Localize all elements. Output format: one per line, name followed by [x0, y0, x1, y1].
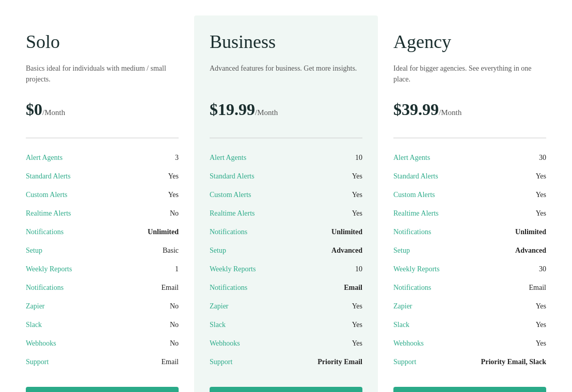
feature-row: SlackNo — [26, 316, 179, 334]
feature-value: 3 — [175, 154, 179, 162]
feature-row: Custom AlertsYes — [393, 186, 546, 204]
feature-name: Support — [210, 358, 232, 366]
feature-value: Yes — [352, 339, 362, 348]
feature-name: Realtime Alerts — [210, 209, 255, 218]
feature-value: Email — [344, 284, 362, 292]
feature-name: Setup — [393, 247, 410, 255]
feature-name: Zapier — [210, 302, 229, 311]
feature-name: Notifications — [393, 284, 431, 292]
plan-agency-price: $39.99/Month — [393, 100, 546, 119]
feature-value: Advanced — [331, 247, 362, 255]
plan-business-price-period: /Month — [255, 108, 278, 117]
feature-name: Weekly Reports — [26, 265, 72, 273]
feature-name: Alert Agents — [210, 154, 246, 162]
plan-agency-description: Ideal for bigger agencies. See everythin… — [393, 63, 546, 88]
feature-name: Support — [393, 358, 416, 366]
feature-name: Standard Alerts — [393, 172, 438, 181]
feature-name: Setup — [210, 247, 226, 255]
feature-value: Yes — [536, 321, 546, 329]
feature-value: Email — [162, 358, 179, 366]
feature-value: Priority Email — [317, 358, 362, 366]
plan-solo-price-period: /Month — [42, 108, 65, 117]
feature-name: Weekly Reports — [393, 265, 439, 273]
feature-row: SetupBasic — [26, 241, 179, 260]
plan-solo-features: Alert Agents3Standard AlertsYesCustom Al… — [26, 149, 179, 371]
feature-name: Webhooks — [210, 339, 240, 348]
feature-name: Setup — [26, 247, 42, 255]
feature-row: NotificationsEmail — [210, 279, 362, 297]
feature-value: 30 — [539, 154, 546, 162]
feature-row: ZapierYes — [210, 297, 362, 316]
feature-value: No — [170, 339, 179, 348]
feature-row: Realtime AlertsYes — [210, 204, 362, 223]
feature-value: Unlimited — [148, 228, 179, 236]
plan-solo-signup-button[interactable]: Sign Up Now — [26, 387, 179, 392]
feature-value: Yes — [536, 339, 546, 348]
feature-row: Standard AlertsYes — [210, 167, 362, 186]
feature-row: WebhooksYes — [393, 334, 546, 353]
plan-solo: SoloBasics ideal for individuals with me… — [10, 15, 194, 392]
feature-name: Alert Agents — [26, 154, 62, 162]
feature-name: Zapier — [26, 302, 45, 311]
pricing-container: SoloBasics ideal for individuals with me… — [10, 15, 562, 392]
plan-solo-price-amount: $0 — [26, 100, 42, 119]
feature-value: Yes — [168, 191, 179, 199]
plan-solo-name: Solo — [26, 31, 179, 53]
plan-agency: AgencyIdeal for bigger agencies. See eve… — [378, 15, 562, 392]
plan-agency-signup-button[interactable]: Sign Up Now — [393, 387, 546, 392]
feature-row: Realtime AlertsYes — [393, 204, 546, 223]
plan-solo-description: Basics ideal for individuals with medium… — [26, 63, 179, 88]
plan-agency-price-period: /Month — [439, 108, 462, 117]
feature-row: Alert Agents3 — [26, 149, 179, 167]
feature-value: Yes — [536, 172, 546, 181]
feature-row: SlackYes — [393, 316, 546, 334]
feature-row: ZapierYes — [393, 297, 546, 316]
feature-value: Yes — [536, 209, 546, 218]
feature-name: Notifications — [393, 228, 431, 236]
feature-row: Weekly Reports30 — [393, 260, 546, 279]
feature-name: Custom Alerts — [26, 191, 68, 199]
plan-agency-price-amount: $39.99 — [393, 100, 439, 119]
feature-row: Custom AlertsYes — [26, 186, 179, 204]
feature-name: Standard Alerts — [210, 172, 255, 181]
feature-value: Unlimited — [515, 228, 546, 236]
plan-business-description: Advanced features for business. Get more… — [210, 63, 362, 88]
feature-value: Yes — [168, 172, 179, 181]
feature-value: No — [170, 209, 179, 218]
feature-value: 10 — [355, 265, 362, 273]
feature-row: ZapierNo — [26, 297, 179, 316]
feature-value: Yes — [352, 209, 362, 218]
plan-business-price: $19.99/Month — [210, 100, 362, 119]
feature-row: Weekly Reports1 — [26, 260, 179, 279]
feature-row: NotificationsEmail — [26, 279, 179, 297]
feature-name: Notifications — [26, 228, 63, 236]
feature-name: Realtime Alerts — [26, 209, 71, 218]
feature-value: Yes — [352, 191, 362, 199]
feature-value: 10 — [355, 154, 362, 162]
feature-value: Yes — [352, 321, 362, 329]
plan-business-price-amount: $19.99 — [210, 100, 255, 119]
plan-solo-divider — [26, 138, 179, 138]
feature-row: NotificationsUnlimited — [210, 223, 362, 241]
feature-name: Webhooks — [26, 339, 56, 348]
feature-row: SupportPriority Email, Slack — [393, 353, 546, 371]
plan-business-signup-button[interactable]: Sign Up Nows — [210, 387, 362, 392]
feature-value: Yes — [352, 302, 362, 311]
feature-row: Alert Agents30 — [393, 149, 546, 167]
feature-row: Standard AlertsYes — [393, 167, 546, 186]
plan-agency-divider — [393, 138, 546, 138]
plan-agency-name: Agency — [393, 31, 546, 53]
feature-value: Yes — [352, 172, 362, 181]
feature-name: Standard Alerts — [26, 172, 71, 181]
feature-row: Standard AlertsYes — [26, 167, 179, 186]
feature-row: NotificationsEmail — [393, 279, 546, 297]
feature-row: NotificationsUnlimited — [26, 223, 179, 241]
plan-agency-features: Alert Agents30Standard AlertsYesCustom A… — [393, 149, 546, 371]
feature-row: SetupAdvanced — [210, 241, 362, 260]
feature-name: Weekly Reports — [210, 265, 256, 273]
feature-name: Notifications — [210, 284, 247, 292]
feature-value: 1 — [175, 265, 179, 273]
feature-value: No — [170, 302, 179, 311]
feature-value: Advanced — [515, 247, 546, 255]
feature-value: 30 — [539, 265, 546, 273]
